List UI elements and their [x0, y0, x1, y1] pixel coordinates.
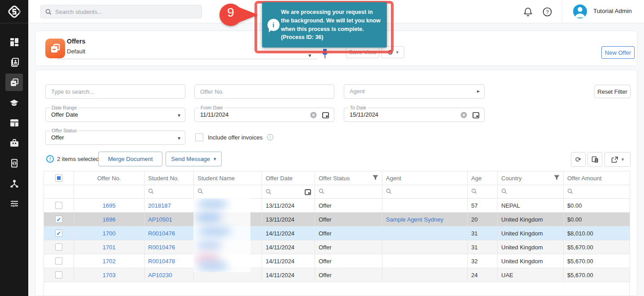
send-message-button[interactable]: Send Message ▾: [166, 152, 222, 166]
offer-no-input[interactable]: [195, 85, 334, 98]
filter-cell-agent[interactable]: [382, 185, 468, 199]
row-checkbox[interactable]: [55, 257, 62, 265]
student-no-link[interactable]: AP10230: [148, 272, 172, 279]
row-checkbox[interactable]: ✓: [55, 230, 62, 237]
offer-date-cell: 14/11/2024: [262, 254, 315, 268]
column-chooser-button[interactable]: [587, 152, 602, 167]
sidebar-item-services[interactable]: [5, 134, 23, 152]
row-checkbox[interactable]: [55, 202, 62, 209]
from-date-field[interactable]: From Date 11/11/2024: [194, 108, 334, 122]
sidebar-item-partners[interactable]: [5, 174, 23, 192]
filter-funnel-icon[interactable]: [554, 175, 560, 182]
age-cell: 24: [468, 268, 498, 282]
offer-no-link[interactable]: 1695: [103, 202, 116, 209]
col-agent[interactable]: Agent: [382, 171, 468, 185]
student-no-link[interactable]: R0010478: [148, 258, 175, 265]
filter-cell-country[interactable]: [498, 185, 564, 199]
to-date-field[interactable]: To Date 15/11/2024: [344, 108, 485, 122]
offer-status-select[interactable]: Offer Status Offer ▾: [45, 131, 185, 145]
date-range-select[interactable]: Date Range Offer Date ▾: [45, 108, 185, 122]
filter-cell-age[interactable]: [468, 185, 498, 199]
filter-funnel-icon[interactable]: [372, 175, 378, 182]
row-checkbox[interactable]: [55, 244, 62, 251]
col-student-name[interactable]: Student Name: [194, 171, 262, 185]
offer-no-link[interactable]: 1702: [103, 258, 116, 265]
chevron-down-icon[interactable]: ▾: [178, 135, 180, 141]
table-row[interactable]: ✓ 1696 AP10501 13/11/2024 Offer Sample A…: [44, 213, 630, 226]
offers-doc-icon: [50, 43, 61, 54]
sidebar-item-invoices[interactable]: $: [5, 154, 23, 172]
calendar-button[interactable]: [322, 112, 329, 120]
agent-field[interactable]: Agent ▸: [344, 84, 485, 99]
col-offer-no[interactable]: Offer No.: [74, 171, 145, 185]
pin-view-button[interactable]: [321, 48, 330, 60]
table-row[interactable]: ✓ 1700 R0010476 14/11/2024 Offer 31 Unit…: [44, 226, 630, 240]
view-selector-value[interactable]: Default: [67, 48, 85, 55]
student-no-link[interactable]: R0010476: [148, 230, 175, 237]
student-no-link[interactable]: R0010476: [148, 244, 175, 251]
table-row[interactable]: 1701 R0010476 14/11/2024 Offer 31 United…: [44, 240, 630, 254]
age-cell: 31: [468, 240, 498, 254]
export-button[interactable]: ▾: [605, 152, 631, 167]
col-offer-status[interactable]: Offer Status: [315, 171, 382, 185]
help-icon: ?: [543, 7, 552, 17]
offer-status-cell: Offer: [315, 268, 382, 282]
clear-date-button[interactable]: [460, 112, 467, 120]
sidebar-item-settings[interactable]: [5, 195, 23, 212]
include-offer-invoices-checkbox[interactable]: [195, 133, 203, 141]
sidebar-item-courses[interactable]: [5, 94, 23, 111]
filter-cell-offer-date[interactable]: [262, 185, 315, 199]
calendar-icon[interactable]: [305, 189, 311, 195]
grid-search-input[interactable]: [46, 85, 185, 98]
reset-filter-button[interactable]: Reset Filter: [594, 85, 631, 98]
col-offer-amount[interactable]: Offer Amount: [564, 171, 630, 185]
row-checkbox[interactable]: ✓: [55, 216, 62, 223]
col-country[interactable]: Country: [498, 171, 564, 185]
sidebar-item-offers[interactable]: [5, 74, 23, 91]
calendar-button[interactable]: [473, 112, 479, 120]
filter-cell-offer-status[interactable]: [315, 185, 382, 199]
save-view-button[interactable]: Save View: [346, 46, 379, 58]
col-student-no[interactable]: Student No.: [145, 171, 194, 185]
table-row[interactable]: 1702 R0010478 14/11/2024 Offer 32 United…: [44, 254, 630, 268]
student-no-link[interactable]: AP10501: [148, 216, 172, 223]
filter-cell-student-name[interactable]: [194, 185, 262, 199]
row-checkbox[interactable]: [55, 271, 62, 279]
table-filter-row: [44, 185, 630, 199]
filter-cell-offer-amount[interactable]: [564, 185, 630, 199]
user-name[interactable]: Tutorial Admin: [593, 8, 632, 14]
new-offer-button[interactable]: New Offer: [601, 46, 635, 59]
table-row[interactable]: 1703 AP10230 14/11/2024 Offer 24 UAE $5,…: [44, 268, 630, 282]
col-offer-date[interactable]: Offer Date: [262, 171, 315, 185]
offer-no-link[interactable]: 1701: [103, 244, 116, 251]
help-button[interactable]: ?: [542, 6, 552, 17]
view-settings-button[interactable]: ⚙ ▾: [381, 46, 404, 58]
chevron-down-icon[interactable]: ▾: [178, 112, 180, 118]
clear-icon: [460, 112, 467, 118]
agent-link[interactable]: Sample Agent Sydney: [386, 216, 443, 223]
select-all-checkbox[interactable]: [55, 174, 62, 182]
refresh-button[interactable]: ⟳: [571, 152, 586, 167]
chevron-down-icon: ▾: [396, 49, 399, 55]
app-logo[interactable]: [0, 0, 28, 23]
table-row[interactable]: 1695 2018187 13/11/2024 Offer 57 NEPAL $…: [44, 199, 630, 213]
offer-no-link[interactable]: 1700: [103, 230, 116, 237]
sidebar-item-dashboard[interactable]: [5, 33, 23, 51]
agent-cell: [382, 240, 468, 254]
notifications-button[interactable]: [522, 6, 533, 17]
offer-no-link[interactable]: 1703: [103, 272, 116, 279]
avatar[interactable]: [573, 4, 587, 18]
search-input[interactable]: [55, 9, 197, 15]
offer-no-link[interactable]: 1696: [103, 216, 116, 223]
filter-cell-student-no[interactable]: [145, 185, 194, 199]
col-age[interactable]: Age: [468, 171, 498, 185]
chevron-right-icon[interactable]: ▸: [477, 88, 480, 94]
student-no-link[interactable]: 2018187: [148, 202, 171, 209]
sidebar-item-students[interactable]: [5, 53, 23, 71]
view-selector-caret-icon[interactable]: ▾: [308, 52, 311, 59]
global-search[interactable]: [40, 5, 202, 18]
filter-cell-offer-no[interactable]: [74, 185, 145, 199]
sidebar-item-applications[interactable]: [5, 114, 23, 131]
clear-date-button[interactable]: [310, 112, 317, 120]
merge-document-button[interactable]: Merge Document: [98, 152, 162, 166]
